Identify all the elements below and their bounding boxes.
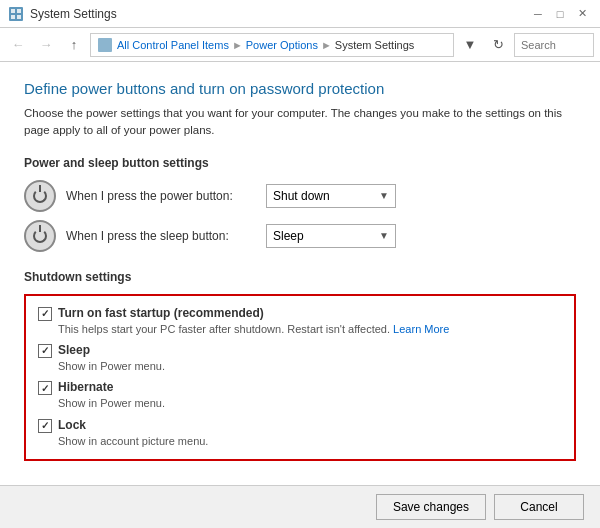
fast-startup-item: Turn on fast startup (recommended) This …	[38, 306, 562, 337]
shutdown-section-title: Shutdown settings	[24, 270, 576, 284]
hibernate-row: Hibernate	[38, 380, 562, 395]
breadcrumb-icon	[97, 37, 113, 53]
title-bar-left: System Settings	[8, 6, 117, 22]
sleep-button-icon	[24, 220, 56, 252]
lock-row: Lock	[38, 418, 562, 433]
hibernate-label: Hibernate	[58, 380, 113, 394]
breadcrumb-part3: System Settings	[335, 39, 414, 51]
page-title: Define power buttons and turn on passwor…	[24, 80, 576, 97]
svg-rect-5	[98, 38, 112, 52]
refresh-button[interactable]: ↻	[486, 33, 510, 57]
power-button-row: When I press the power button: Shut down…	[24, 180, 576, 212]
shutdown-section: Shutdown settings Turn on fast startup (…	[24, 270, 576, 462]
sleep-button-dropdown[interactable]: Sleep ▼	[266, 224, 396, 248]
breadcrumb-part1[interactable]: All Control Panel Items	[117, 39, 229, 51]
power-button-dropdown[interactable]: Shut down ▼	[266, 184, 396, 208]
sleep-row: Sleep	[38, 343, 562, 358]
window-controls: ─ □ ✕	[528, 4, 592, 24]
shutdown-box: Turn on fast startup (recommended) This …	[24, 294, 576, 462]
maximize-button[interactable]: □	[550, 4, 570, 24]
svg-rect-1	[11, 9, 15, 13]
page-description: Choose the power settings that you want …	[24, 105, 564, 140]
lock-desc: Show in account picture menu.	[58, 434, 562, 449]
window-icon	[8, 6, 24, 22]
breadcrumb: All Control Panel Items ► Power Options …	[90, 33, 454, 57]
dropdown-button[interactable]: ▼	[458, 33, 482, 57]
learn-more-link[interactable]: Learn More	[393, 323, 449, 335]
sleep-button-value: Sleep	[273, 229, 304, 243]
hibernate-desc: Show in Power menu.	[58, 396, 562, 411]
power-button-icon	[24, 180, 56, 212]
power-button-value: Shut down	[273, 189, 330, 203]
breadcrumb-sep2: ►	[321, 39, 332, 51]
breadcrumb-sep1: ►	[232, 39, 243, 51]
sleep-button-label: When I press the sleep button:	[66, 229, 256, 243]
fast-startup-row: Turn on fast startup (recommended)	[38, 306, 562, 321]
search-box[interactable]	[514, 33, 594, 57]
power-sleep-section-title: Power and sleep button settings	[24, 156, 576, 170]
close-button[interactable]: ✕	[572, 4, 592, 24]
sleep-symbol	[33, 229, 47, 243]
sleep-dropdown-arrow: ▼	[379, 230, 389, 241]
hibernate-item: Hibernate Show in Power menu.	[38, 380, 562, 411]
power-sleep-section: Power and sleep button settings When I p…	[24, 156, 576, 252]
power-dropdown-arrow: ▼	[379, 190, 389, 201]
main-content: Define power buttons and turn on passwor…	[0, 62, 600, 528]
save-button[interactable]: Save changes	[376, 494, 486, 520]
forward-button[interactable]: →	[34, 33, 58, 57]
lock-checkbox[interactable]	[38, 419, 52, 433]
svg-rect-2	[17, 9, 21, 13]
title-bar: System Settings ─ □ ✕	[0, 0, 600, 28]
back-button[interactable]: ←	[6, 33, 30, 57]
window-title: System Settings	[30, 7, 117, 21]
up-button[interactable]: ↑	[62, 33, 86, 57]
address-bar: ← → ↑ All Control Panel Items ► Power Op…	[0, 28, 600, 62]
power-symbol	[33, 189, 47, 203]
sleep-button-row: When I press the sleep button: Sleep ▼	[24, 220, 576, 252]
sleep-desc: Show in Power menu.	[58, 359, 562, 374]
hibernate-checkbox[interactable]	[38, 381, 52, 395]
search-input[interactable]	[521, 39, 587, 51]
cancel-button[interactable]: Cancel	[494, 494, 584, 520]
breadcrumb-part2[interactable]: Power Options	[246, 39, 318, 51]
power-button-label: When I press the power button:	[66, 189, 256, 203]
sleep-checkbox[interactable]	[38, 344, 52, 358]
minimize-button[interactable]: ─	[528, 4, 548, 24]
fast-startup-checkbox[interactable]	[38, 307, 52, 321]
svg-rect-3	[11, 15, 15, 19]
fast-startup-desc: This helps start your PC faster after sh…	[58, 322, 562, 337]
fast-startup-label: Turn on fast startup (recommended)	[58, 306, 264, 320]
lock-item: Lock Show in account picture menu.	[38, 418, 562, 449]
lock-label: Lock	[58, 418, 86, 432]
bottom-bar: Save changes Cancel	[0, 485, 600, 528]
sleep-item: Sleep Show in Power menu.	[38, 343, 562, 374]
svg-rect-4	[17, 15, 21, 19]
sleep-label: Sleep	[58, 343, 90, 357]
